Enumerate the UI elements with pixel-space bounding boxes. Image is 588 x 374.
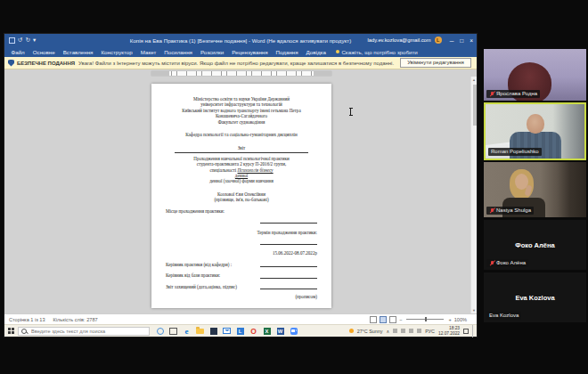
doc-report-title: Звіт bbox=[166, 145, 317, 150]
minimize-button[interactable]: ─ bbox=[450, 37, 454, 44]
opera-icon[interactable]: O bbox=[249, 326, 257, 336]
doc-defended-caption: (прописом) bbox=[166, 294, 317, 299]
people-tray-icon[interactable] bbox=[393, 329, 397, 333]
volume-icon[interactable] bbox=[417, 329, 421, 333]
doc-place-label: Місце проходження практики: bbox=[166, 208, 225, 214]
tab-review[interactable]: Рецензування bbox=[228, 49, 272, 55]
doc-term-label: Термін проходження практики: bbox=[166, 230, 317, 235]
muted-mic-icon bbox=[489, 260, 494, 266]
read-mode-icon[interactable] bbox=[370, 316, 377, 323]
scrollbar-thumb[interactable] bbox=[473, 85, 477, 126]
ruler-strip bbox=[151, 71, 331, 76]
edge-icon[interactable]: e bbox=[183, 326, 191, 336]
doc-supervisor-base-line bbox=[260, 273, 317, 279]
participant-name-tag: Ярослава Родна bbox=[486, 90, 540, 98]
zoom-out-button[interactable]: − bbox=[399, 317, 402, 322]
tell-me-box[interactable]: Скажіть, що потрібно зробити bbox=[336, 49, 417, 55]
enable-editing-button[interactable]: Увімкнути редагування bbox=[400, 58, 471, 68]
vertical-scrollbar[interactable]: ▲ ▼ bbox=[470, 77, 477, 313]
web-layout-icon[interactable] bbox=[389, 316, 396, 323]
task-view-icon[interactable] bbox=[169, 326, 177, 336]
horizontal-ruler[interactable] bbox=[4, 69, 477, 77]
participant-head bbox=[527, 114, 544, 134]
weather-text[interactable]: 27°C Sunny bbox=[357, 329, 383, 334]
muted-mic-icon bbox=[489, 91, 494, 97]
save-icon[interactable] bbox=[9, 37, 15, 44]
muted-mic-icon bbox=[489, 207, 494, 214]
word-icon[interactable]: W bbox=[276, 326, 284, 336]
weather-icon bbox=[349, 329, 354, 333]
zoom-level[interactable]: 100% bbox=[454, 317, 467, 322]
quick-access-toolbar: ↺ ↻ ▾ bbox=[9, 34, 36, 46]
close-button[interactable]: × bbox=[470, 37, 473, 44]
network-icon[interactable] bbox=[401, 329, 405, 333]
zoom-slider[interactable] bbox=[406, 319, 444, 320]
mail-icon[interactable] bbox=[223, 326, 231, 336]
language-indicator[interactable]: РУС bbox=[425, 329, 435, 334]
tab-file[interactable]: Файл bbox=[7, 49, 29, 55]
search-icon bbox=[21, 329, 27, 334]
account-avatar[interactable]: L bbox=[435, 37, 442, 44]
redo-icon[interactable]: ↻ bbox=[25, 34, 29, 46]
protected-view-bar: БЕЗПЕЧНЕ ПОДАННЯ Увага! Файли з Інтернет… bbox=[4, 57, 477, 69]
doc-header-line: Факультет судноводіння bbox=[166, 119, 317, 125]
tray-chevron-icon[interactable]: ∧ bbox=[387, 329, 390, 334]
tab-home[interactable]: Основне bbox=[29, 49, 59, 55]
action-center-icon[interactable] bbox=[463, 329, 469, 334]
doc-term-value: 15.06.2022-08.07.2022р bbox=[166, 250, 317, 256]
windows-taskbar: e L O X W 27°C Sunny ∧ РУС 18: bbox=[4, 324, 477, 337]
word-status-bar: Сторінка 1 із 13 Кількість слів: 2787 − … bbox=[4, 313, 477, 324]
start-button[interactable] bbox=[4, 325, 18, 337]
participant-silhouette bbox=[510, 132, 561, 160]
l-app-icon[interactable]: L bbox=[236, 326, 244, 336]
participant-name-tag: Nastya Shulga bbox=[486, 207, 534, 215]
tab-insert[interactable]: Вставлення bbox=[59, 49, 97, 55]
undo-icon[interactable]: ↺ bbox=[18, 34, 22, 46]
tab-design[interactable]: Конструктор bbox=[97, 49, 136, 55]
tab-mailings[interactable]: Розсилки bbox=[196, 49, 227, 55]
store-icon[interactable] bbox=[209, 326, 217, 336]
participant-tile-3[interactable]: Nastya Shulga bbox=[484, 162, 586, 217]
maximize-button[interactable]: □ bbox=[460, 37, 463, 44]
doc-defended-line bbox=[260, 284, 317, 289]
participant-name-tag: Eva Kozlova bbox=[486, 312, 521, 320]
tab-help[interactable]: Довідка bbox=[302, 49, 330, 55]
search-input[interactable] bbox=[29, 328, 146, 335]
page-indicator[interactable]: Сторінка 1 із 13 bbox=[9, 317, 45, 322]
doc-specialty-value: Психологія бізнесу bbox=[238, 167, 274, 173]
excel-icon[interactable]: X bbox=[263, 326, 271, 336]
text-cursor-pointer bbox=[348, 108, 353, 116]
scroll-down-icon[interactable]: ▼ bbox=[472, 308, 476, 313]
participant-name: Nastya Shulga bbox=[496, 207, 531, 214]
document-page[interactable]: Міністерство освіти та науки України Дер… bbox=[151, 84, 331, 308]
tab-references[interactable]: Посилання bbox=[160, 49, 197, 55]
participant-name-tag: Фоко Алёна bbox=[486, 259, 528, 267]
meeting-screen: ↺ ↻ ▾ Копія на Ева Практика (1) [Безпечн… bbox=[0, 0, 588, 374]
print-layout-icon[interactable] bbox=[380, 316, 387, 323]
cortana-icon[interactable] bbox=[156, 326, 164, 336]
taskbar-clock[interactable]: 18:23 12.07.2022 bbox=[438, 326, 460, 336]
participant-tile-5[interactable]: Eva Kozlova Eva Kozlova bbox=[484, 272, 586, 322]
participant-tile-2-active-speaker[interactable]: Roman Popeliushko bbox=[484, 102, 586, 160]
taskbar-search[interactable] bbox=[18, 327, 150, 336]
file-explorer-icon[interactable] bbox=[196, 326, 204, 336]
qat-customize-icon[interactable]: ▾ bbox=[33, 34, 36, 46]
clock-date: 12.07.2022 bbox=[438, 331, 460, 336]
zoom-in-button[interactable]: + bbox=[448, 317, 451, 322]
word-count[interactable]: Кількість слів: 2787 bbox=[53, 317, 98, 322]
participant-tile-1[interactable]: Ярослава Родна bbox=[484, 49, 586, 101]
zoom-slider-thumb[interactable] bbox=[425, 317, 427, 321]
tab-view[interactable]: Подання bbox=[272, 49, 302, 55]
participant-name: Ярослава Родна bbox=[496, 91, 537, 97]
document-canvas: Міністерство освіти та науки України Дер… bbox=[4, 77, 477, 313]
protected-view-label: БЕЗПЕЧНЕ ПОДАННЯ bbox=[17, 61, 75, 66]
scroll-up-icon[interactable]: ▲ bbox=[472, 77, 476, 82]
zoom-app-icon[interactable] bbox=[290, 326, 298, 336]
word-titlebar: ↺ ↻ ▾ Копія на Ева Практика (1) [Безпечн… bbox=[4, 34, 477, 46]
battery-icon[interactable] bbox=[409, 329, 413, 333]
windows-logo-icon bbox=[8, 328, 14, 334]
account-email[interactable]: lady.ev.kozlova@gmail.com bbox=[368, 37, 431, 43]
participant-tile-4[interactable]: Фоко Алёна Фоко Алёна bbox=[484, 220, 586, 270]
tab-layout[interactable]: Макет bbox=[136, 49, 160, 55]
show-desktop-button[interactable] bbox=[472, 325, 476, 337]
